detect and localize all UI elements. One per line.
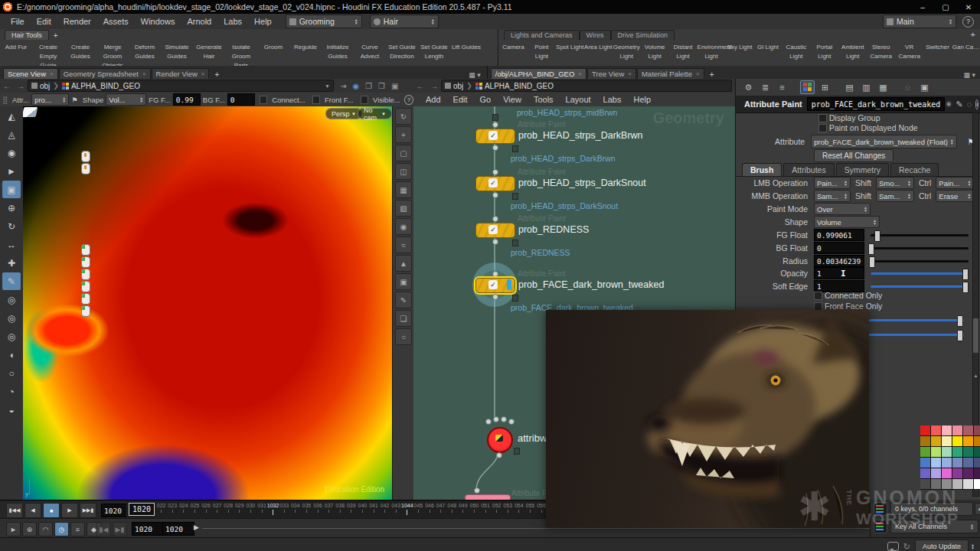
side-tool-icon[interactable]: ◬ xyxy=(2,126,21,143)
minimize-button[interactable]: – xyxy=(911,3,934,11)
color-swatch[interactable] xyxy=(963,447,973,457)
slider-track[interactable] xyxy=(871,260,969,262)
network-menu-item[interactable]: Tools xyxy=(528,95,560,104)
projection-select[interactable]: Persp ▼ xyxy=(325,108,362,119)
shelf-tab[interactable]: Lights and Cameras xyxy=(504,30,580,40)
image-icon[interactable]: ▥ xyxy=(860,81,873,93)
shelf-tool[interactable]: Environment Light xyxy=(697,41,726,60)
slider-handle[interactable] xyxy=(868,243,874,255)
grid-icon[interactable]: ⊞ xyxy=(818,81,831,93)
shelf-tool[interactable]: GI Light xyxy=(754,41,782,51)
output-connector[interactable] xyxy=(492,294,498,300)
pane-layout-icon[interactable]: ▦ ▾ xyxy=(466,71,484,79)
network-menu-item[interactable]: Labs xyxy=(597,95,628,104)
shelf-tool[interactable]: Portal Light xyxy=(810,41,838,60)
color-swatch[interactable] xyxy=(931,447,941,457)
side-tool-icon[interactable]: ✚ xyxy=(2,254,21,272)
menu-item[interactable]: Render xyxy=(57,17,97,26)
shelf-tool[interactable]: Groom xyxy=(257,41,289,51)
pane-layout-icon[interactable]: ▦ ▾ xyxy=(960,71,978,79)
forward-icon[interactable]: → xyxy=(427,82,441,90)
input-connector[interactable] xyxy=(493,416,499,422)
menu-item[interactable]: Arnold xyxy=(181,17,217,26)
shelf-tool[interactable]: Stereo Camera xyxy=(867,41,895,60)
bg-field[interactable]: 0 xyxy=(227,93,255,106)
range-slider[interactable] xyxy=(202,528,975,529)
shelf-tool[interactable]: Camera xyxy=(499,41,528,51)
help-icon[interactable]: ? xyxy=(404,95,413,105)
display-option-icon[interactable]: ▣ xyxy=(395,273,412,290)
partial-node[interactable] xyxy=(465,494,511,500)
color-swatch[interactable] xyxy=(931,468,941,478)
menu-item[interactable]: Windows xyxy=(135,17,181,26)
scene-viewport[interactable]: Attribute Paint tool Press Shift + F1 to… xyxy=(23,106,392,500)
input-connector[interactable] xyxy=(492,271,498,277)
extra-slider[interactable] xyxy=(864,334,964,336)
fg-field[interactable]: 0.99 xyxy=(173,93,201,106)
display-option-icon[interactable]: + xyxy=(395,126,412,143)
slider-handle[interactable] xyxy=(874,230,880,242)
box-icon[interactable]: ▦ xyxy=(877,81,890,93)
input-connector[interactable] xyxy=(485,419,492,425)
color-swatch[interactable] xyxy=(920,447,930,457)
shelf-tool[interactable]: Point Light xyxy=(528,41,556,60)
reset-all-changes-button[interactable]: Reset All Changes xyxy=(814,149,893,162)
display-option-icon[interactable]: ○ xyxy=(395,328,412,345)
color-swatch[interactable] xyxy=(952,425,962,435)
slider-track[interactable] xyxy=(871,285,969,288)
slider-track[interactable] xyxy=(871,247,969,249)
gear-icon[interactable]: ✳ xyxy=(945,98,952,110)
cube-icon[interactable]: ❒ xyxy=(362,82,375,90)
error-node[interactable] xyxy=(487,427,513,453)
menu-item[interactable]: Help xyxy=(248,17,278,26)
slider-handle[interactable] xyxy=(869,256,875,268)
param-tab[interactable]: Brush xyxy=(742,163,782,176)
playbar-option-icon[interactable]: ► xyxy=(6,522,21,536)
jump-start-button[interactable]: ▮◀◀ xyxy=(6,503,23,518)
playbar-option-icon[interactable]: ≡ xyxy=(70,522,85,536)
value-field[interactable]: 0I xyxy=(814,242,864,254)
info-icon[interactable]: i xyxy=(975,99,978,109)
mmb-select[interactable]: Sam...▲▼ xyxy=(814,190,851,202)
shelf-tool[interactable]: VR Camera xyxy=(895,41,923,60)
pane-tab[interactable]: Material Palette× xyxy=(637,68,704,79)
network-menu-item[interactable]: Help xyxy=(627,95,657,104)
color-swatch[interactable] xyxy=(920,425,930,435)
auto-update-select[interactable]: Auto Update xyxy=(915,540,969,551)
side-tool-icon[interactable]: ◎ xyxy=(2,309,21,327)
search-icon[interactable]: ◌ xyxy=(967,98,972,110)
close-tab-icon[interactable]: × xyxy=(628,70,632,77)
color-swatch[interactable] xyxy=(942,447,952,457)
paint-mode-select[interactable]: Over▲▼ xyxy=(814,203,871,215)
frontface-checkbox[interactable] xyxy=(312,96,320,104)
side-tool-icon[interactable]: ⊕ xyxy=(2,199,21,217)
shelf-tool[interactable]: Add Fur xyxy=(0,41,32,51)
key-icon[interactable] xyxy=(874,520,887,533)
color-swatch[interactable] xyxy=(963,436,973,446)
display-option-icon[interactable]: ✎ xyxy=(395,292,412,308)
stop-button[interactable]: ■ xyxy=(43,503,60,518)
color-swatch[interactable] xyxy=(974,447,980,457)
output-connector[interactable] xyxy=(492,239,498,245)
value-field[interactable]: 0.00346239I xyxy=(814,255,864,267)
shelf-tool[interactable]: Set Guide Length xyxy=(418,41,450,60)
shelf-tool[interactable]: Isolate Groom Parts xyxy=(225,41,257,69)
playbar-option-icon[interactable]: ◷ xyxy=(54,522,69,536)
front-face-only-checkbox[interactable] xyxy=(814,302,822,311)
shelf-tool[interactable]: Lift Guides xyxy=(450,41,482,51)
path-field[interactable]: obj ❯ ALPHA_BIND_GEO xyxy=(441,80,732,92)
shelf-tool[interactable]: Curve Advect xyxy=(354,41,386,60)
input-connector[interactable] xyxy=(492,216,498,222)
tree-list-icon[interactable]: ≣ xyxy=(759,81,772,93)
display-option-icon[interactable]: ↻ xyxy=(395,108,412,125)
color-swatch[interactable] xyxy=(963,479,973,489)
menu-item[interactable]: Assets xyxy=(97,17,135,26)
color-swatch[interactable] xyxy=(920,468,930,478)
menu-item[interactable]: File xyxy=(5,17,31,26)
output-connector[interactable] xyxy=(492,145,498,151)
back-icon[interactable]: ← xyxy=(413,82,427,90)
play-reverse-button[interactable]: ◀ xyxy=(24,503,41,518)
pin-icon[interactable]: ⚑ xyxy=(71,96,78,104)
color-swatch[interactable] xyxy=(920,479,930,489)
color-swatch[interactable] xyxy=(952,479,962,489)
